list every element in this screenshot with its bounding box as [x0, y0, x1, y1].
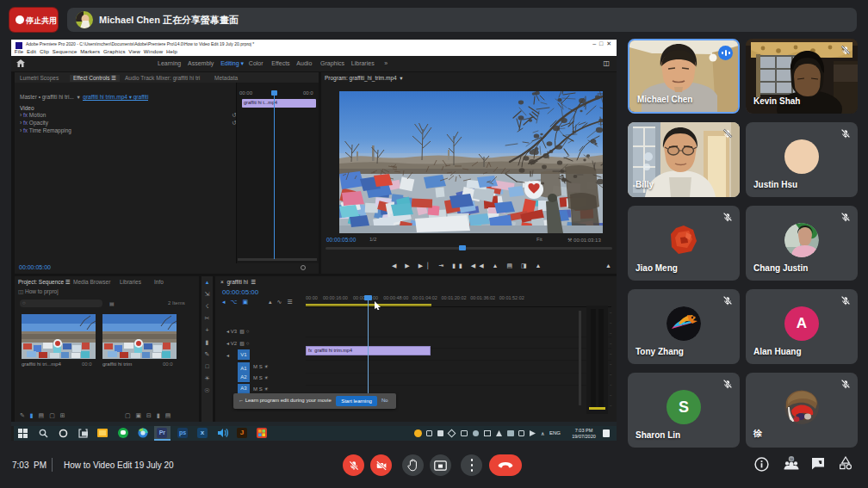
svg-text:10: 10: [790, 458, 793, 461]
